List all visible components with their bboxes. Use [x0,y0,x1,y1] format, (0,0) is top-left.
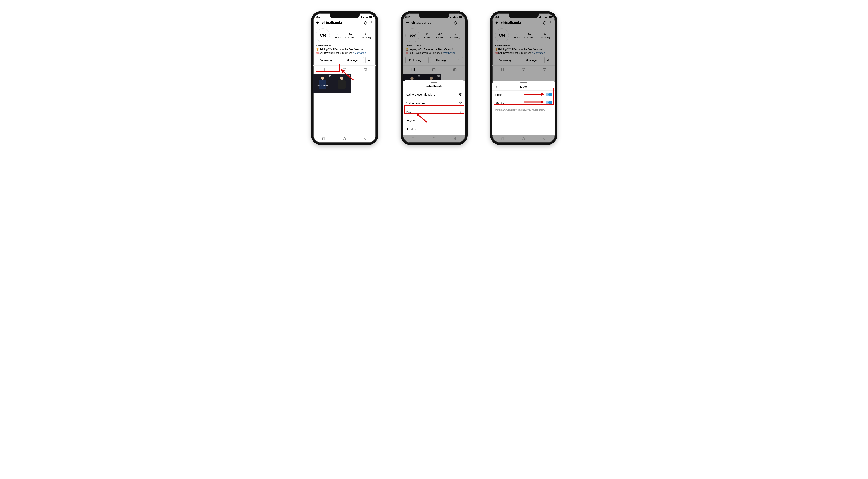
mute-posts-toggle[interactable] [546,93,552,96]
nav-home[interactable] [521,137,525,141]
svg-rect-4 [329,75,331,77]
menu-unfollow[interactable]: Unfollow [403,125,465,133]
phone-2: 3:37 72B/s virtualbanda VB 2Posts 47Foll… [401,11,468,145]
arrow-to-mute [416,113,429,124]
nav-back[interactable] [363,137,367,141]
notch [419,13,449,18]
signal-icon [360,16,362,18]
profile-username: virtualbanda [322,21,362,25]
arrow-to-following [340,69,355,82]
arrow-to-posts-toggle [524,92,545,97]
following-button[interactable]: Following [316,57,339,63]
menu-restrict[interactable]: Restrict [403,117,465,125]
menu-mute[interactable]: Mute [403,108,465,117]
chevron-right-icon [459,119,462,123]
svg-rect-19 [412,138,414,140]
menu-favorites[interactable]: Add to favorites [403,99,465,108]
network-speed: 363B/s [366,15,368,18]
reel-icon [329,75,331,77]
bell-icon[interactable] [364,21,368,25]
post-thumb-1[interactable]: LIFE IS SHORT [313,74,332,93]
drag-handle[interactable] [431,82,437,83]
chevron-down-icon [333,59,335,61]
menu-close-friends[interactable]: Add to Close Friends list [403,90,465,99]
hashtag-link[interactable]: #Motivation [353,52,366,54]
nav-back[interactable] [542,137,547,141]
nav-home[interactable] [342,137,346,141]
android-nav [492,135,555,143]
sheet-back-icon[interactable] [495,85,499,89]
bio: Virtual Banda 🏆Helping YOU Become the Be… [313,44,376,55]
svg-rect-8 [323,138,325,140]
svg-rect-29 [502,138,504,140]
mute-note: Instagram won't let them know you muted … [492,106,555,114]
display-name: Virtual Banda [316,44,373,47]
stat-posts[interactable]: 2Posts [335,32,341,39]
svg-line-6 [343,71,353,80]
svg-marker-26 [541,93,545,96]
tab-tagged[interactable] [355,66,376,74]
stat-followers[interactable]: 47Followe… [345,32,356,39]
chevron-right-icon [459,110,462,114]
svg-point-30 [522,138,525,140]
notch [330,13,360,18]
svg-point-20 [433,138,435,140]
signal-icon-2 [363,16,365,18]
back-icon[interactable] [315,21,320,25]
stat-following[interactable]: 6Following [361,32,371,39]
nav-recent[interactable] [501,137,505,141]
tab-grid[interactable] [313,66,334,74]
nav-recent[interactable] [411,137,415,141]
phone-1: 3:37 363B/s virtualbanda VB 2Posts 47Fol… [311,11,378,145]
svg-point-3 [365,69,366,70]
notch [508,13,538,18]
avatar[interactable]: VB [316,28,330,42]
svg-line-17 [418,115,427,123]
add-user-icon [368,59,370,61]
battery-icon [369,16,373,18]
following-sheet: virtualbanda Add to Close Friends list A… [403,80,465,135]
message-button[interactable]: Message [341,57,364,63]
arrow-to-stories-toggle [524,100,545,104]
nav-recent[interactable] [321,137,326,141]
sheet-title: virtualbanda [403,85,465,90]
mute-posts-label: Posts [495,93,502,96]
mute-posts-row: Posts [492,91,555,98]
more-icon[interactable] [370,21,374,24]
sheet-title: Mute [492,85,555,91]
header: virtualbanda [313,18,376,27]
android-nav [313,135,376,143]
drag-handle[interactable] [520,83,527,83]
mute-sheet: Mute Posts Stories Instagram won't let t… [492,81,555,135]
mute-stories-row: Stories [492,98,555,106]
status-time: 3:37 [316,16,320,18]
mute-stories-label: Stories [495,101,504,104]
nav-home[interactable] [432,137,436,141]
svg-point-9 [343,138,346,140]
star-circle-icon [459,93,462,96]
svg-marker-28 [541,100,545,104]
suggest-button[interactable] [365,57,373,63]
svg-point-0 [369,59,370,60]
mute-stories-toggle[interactable] [546,101,552,104]
svg-rect-2 [364,68,367,71]
star-icon [459,101,462,105]
phone-3: 3:38 494B/s virtualbanda VB 2Posts 47Fol… [490,11,557,145]
android-nav [403,135,465,143]
nav-back[interactable] [453,137,457,141]
